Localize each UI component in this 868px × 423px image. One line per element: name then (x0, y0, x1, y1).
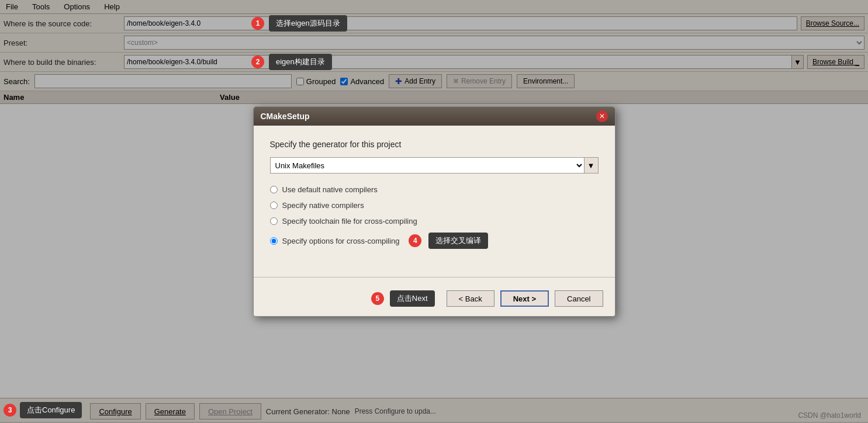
dialog-divider (254, 277, 615, 278)
pin-2: 2 (251, 56, 264, 68)
dialog-titlebar: CMakeSetup ✕ (254, 107, 615, 126)
modal-overlay: CMakeSetup ✕ Specify the generator for t… (0, 0, 868, 423)
cmake-dialog: CMakeSetup ✕ Specify the generator for t… (253, 106, 615, 317)
radio-group: Use default native compilers Specify nat… (270, 185, 599, 249)
pin-5: 5 (371, 292, 384, 305)
radio-cross-label: Specify options for cross-compiling (282, 237, 400, 245)
radio-default[interactable] (270, 186, 278, 193)
radio-toolchain-label: Specify toolchain file for cross-compili… (282, 217, 417, 226)
pin-3: 3 (4, 404, 16, 417)
generator-select-arrow[interactable]: ▼ (585, 157, 599, 174)
radio-native[interactable] (270, 202, 278, 209)
radio-default-label: Use default native compilers (282, 185, 378, 194)
dialog-title: CMakeSetup (261, 112, 310, 121)
dialog-close-button[interactable]: ✕ (596, 110, 608, 122)
cancel-button[interactable]: Cancel (555, 290, 603, 307)
radio-item-4[interactable]: Specify options for cross-compiling 4 选择… (270, 233, 599, 249)
tip-cross: 选择交叉编译 (428, 233, 488, 249)
generator-select[interactable]: Unix Makefiles (270, 157, 585, 174)
dialog-footer: 5 点击Next < Back Next > Cancel (254, 285, 615, 316)
dialog-subtitle: Specify the generator for this project (270, 140, 599, 149)
pin-4: 4 (409, 234, 421, 247)
radio-item-1[interactable]: Use default native compilers (270, 185, 599, 194)
radio-item-3[interactable]: Specify toolchain file for cross-compili… (270, 217, 599, 226)
back-button[interactable]: < Back (447, 290, 494, 307)
pin-1: 1 (251, 17, 264, 30)
next-button[interactable]: Next > (500, 290, 549, 307)
radio-cross[interactable] (270, 237, 278, 245)
radio-toolchain[interactable] (270, 217, 278, 225)
tip-next: 点击Next (390, 290, 435, 307)
generator-select-wrap: Unix Makefiles ▼ (270, 157, 599, 174)
radio-item-2[interactable]: Specify native compilers (270, 201, 599, 210)
dialog-body: Specify the generator for this project U… (254, 126, 615, 270)
radio-native-label: Specify native compilers (282, 201, 364, 210)
